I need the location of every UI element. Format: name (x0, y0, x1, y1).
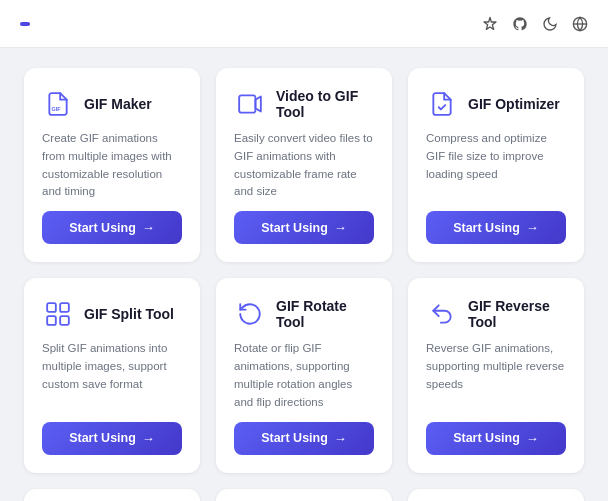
card-gif-maker: GIF GIF Maker Create GIF animations from… (24, 68, 200, 262)
card-title: GIF Rotate Tool (276, 298, 374, 330)
start-button-label: Start Using (453, 221, 520, 235)
card-gif-optimizer: GIF Optimizer Compress and optimize GIF … (408, 68, 584, 262)
header (0, 0, 608, 48)
rotate-icon (234, 298, 266, 330)
card-gif-rotate: GIF Rotate Tool Rotate or flip GIF anima… (216, 278, 392, 472)
arrow-icon: → (142, 220, 155, 235)
card-description: Easily convert video files to GIF animat… (234, 130, 374, 201)
reverse-icon (426, 298, 458, 330)
svg-rect-7 (47, 316, 56, 325)
pin-icon[interactable] (482, 16, 498, 32)
logo-badge (20, 22, 30, 26)
card-gif-text: GIF Text Tool Add custom text to GIFs an… (216, 489, 392, 502)
arrow-icon: → (334, 431, 347, 446)
start-button-label: Start Using (453, 431, 520, 445)
start-button-label: Start Using (69, 221, 136, 235)
globe-icon[interactable] (572, 16, 588, 32)
card-header: GIF Split Tool (42, 298, 182, 330)
card-header: GIF Optimizer (426, 88, 566, 120)
header-icons (482, 16, 588, 32)
card-title: GIF Split Tool (84, 306, 174, 322)
card-gif-reverse: GIF Reverse Tool Reverse GIF animations,… (408, 278, 584, 472)
svg-text:GIF: GIF (52, 106, 62, 112)
card-description: Compress and optimize GIF file size to i… (426, 130, 566, 201)
start-button-gif-optimizer[interactable]: Start Using → (426, 211, 566, 244)
arrow-icon: → (334, 220, 347, 235)
card-title: GIF Optimizer (468, 96, 560, 112)
svg-marker-4 (255, 96, 260, 111)
card-video-to-gif: Video to GIF Tool Easily convert video f… (216, 68, 392, 262)
tools-grid: GIF GIF Maker Create GIF animations from… (24, 68, 584, 501)
split-icon (42, 298, 74, 330)
card-gif-split: GIF Split Tool Split GIF animations into… (24, 278, 200, 472)
card-title: GIF Reverse Tool (468, 298, 566, 330)
logo (20, 22, 36, 26)
card-header: GIF GIF Maker (42, 88, 182, 120)
start-button-label: Start Using (69, 431, 136, 445)
start-button-video-to-gif[interactable]: Start Using → (234, 211, 374, 244)
svg-rect-6 (60, 303, 69, 312)
moon-icon[interactable] (542, 16, 558, 32)
arrow-icon: → (142, 431, 155, 446)
main-content: GIF GIF Maker Create GIF animations from… (0, 48, 608, 501)
start-button-label: Start Using (261, 431, 328, 445)
optimizer-icon (426, 88, 458, 120)
start-button-gif-split[interactable]: Start Using → (42, 422, 182, 455)
card-description: Rotate or flip GIF animations, supportin… (234, 340, 374, 411)
video-icon (234, 88, 266, 120)
card-header: Video to GIF Tool (234, 88, 374, 120)
card-header: GIF Rotate Tool (234, 298, 374, 330)
card-description: Split GIF animations into multiple image… (42, 340, 182, 411)
card-description: Create GIF animations from multiple imag… (42, 130, 182, 201)
svg-rect-8 (60, 316, 69, 325)
file-gif-icon: GIF (42, 88, 74, 120)
arrow-icon: → (526, 431, 539, 446)
card-gif-info: GIF Info Viewer Upload a GIF file to vie… (408, 489, 584, 502)
arrow-icon: → (526, 220, 539, 235)
start-button-gif-maker[interactable]: Start Using → (42, 211, 182, 244)
card-gif-crop: GIF Crop Tool Adjust GIF animation size … (24, 489, 200, 502)
card-title: Video to GIF Tool (276, 88, 374, 120)
start-button-label: Start Using (261, 221, 328, 235)
start-button-gif-reverse[interactable]: Start Using → (426, 422, 566, 455)
card-description: Reverse GIF animations, supporting multi… (426, 340, 566, 411)
card-header: GIF Reverse Tool (426, 298, 566, 330)
github-icon[interactable] (512, 16, 528, 32)
card-title: GIF Maker (84, 96, 152, 112)
start-button-gif-rotate[interactable]: Start Using → (234, 422, 374, 455)
svg-rect-3 (239, 95, 255, 112)
svg-rect-5 (47, 303, 56, 312)
